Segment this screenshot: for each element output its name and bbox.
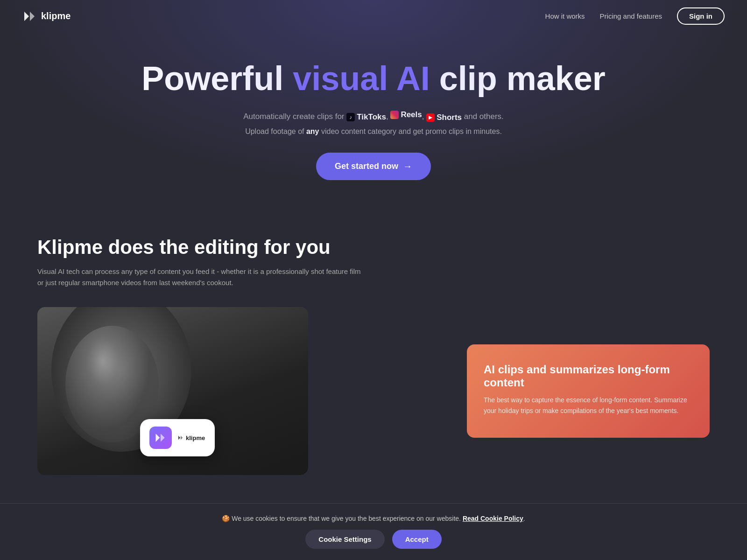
klipme-overlay-card: klipme <box>140 419 215 456</box>
video-thumbnail: klipme <box>37 307 308 475</box>
cookie-emoji: 🍪 <box>222 515 230 522</box>
how-it-works-link[interactable]: How it works <box>545 12 585 20</box>
subtitle-prefix: Automatically create clips for <box>243 112 346 121</box>
feature-card-desc: The best way to capture the essence of l… <box>484 395 693 416</box>
cookie-settings-button[interactable]: Cookie Settings <box>305 530 384 549</box>
subtitle-suffix: and others. <box>464 112 504 121</box>
sub2-bold: any <box>306 127 319 135</box>
tiktok-label: TikToks <box>357 111 386 123</box>
nav-links: How it works Pricing and features Sign i… <box>545 7 725 25</box>
signin-button[interactable]: Sign in <box>677 7 725 25</box>
cta-label: Get started now <box>335 161 398 171</box>
brand-name: klipme <box>41 11 70 21</box>
klipme-logo-icon <box>154 431 167 444</box>
klipme-small-logo <box>177 435 184 441</box>
reels-platform: Reels <box>390 108 422 121</box>
accept-button[interactable]: Accept <box>392 530 442 549</box>
shorts-platform: ▶ Shorts <box>426 111 462 124</box>
pricing-link[interactable]: Pricing and features <box>600 12 662 20</box>
hero-subtitle: Automatically create clips for ♪ TikToks… <box>22 108 725 124</box>
ig-icon <box>390 111 399 119</box>
features-section: Klipme does the editing for you Visual A… <box>0 199 747 475</box>
feature-card-title: AI clips and summarizes long-form conten… <box>484 363 693 389</box>
cookie-banner: 🍪 We use cookies to ensure that we give … <box>0 503 747 560</box>
navbar: klipme How it works Pricing and features… <box>0 0 747 32</box>
cookie-policy-link[interactable]: Read Cookie Policy <box>463 515 523 522</box>
hero-title-accent: visual AI <box>293 60 430 97</box>
hero-title: Powerful visual AI clip maker <box>22 60 725 97</box>
klipme-card-text: klipme <box>177 434 205 441</box>
features-title: Klipme does the editing for you <box>37 236 710 259</box>
hero-title-suffix: clip maker <box>430 60 606 97</box>
klipme-logo-row: klipme <box>177 434 205 441</box>
cookie-buttons: Cookie Settings Accept <box>22 530 725 549</box>
tiktok-platform: ♪ TikToks <box>346 111 386 123</box>
logo[interactable]: klipme <box>22 10 70 23</box>
logo-icon <box>22 10 37 23</box>
hero-title-prefix: Powerful <box>141 60 293 97</box>
hero-subtitle2: Upload footage of any video content cate… <box>22 127 725 136</box>
features-desc: Visual AI tech can process any type of c… <box>37 266 364 288</box>
cta-button[interactable]: Get started now → <box>316 153 431 180</box>
tiktok-icon: ♪ <box>346 113 355 121</box>
reels-label: Reels <box>401 108 422 121</box>
feature-info-card: AI clips and summarizes long-form conten… <box>467 344 710 438</box>
sub2-suffix: video content category and get promo cli… <box>319 127 502 135</box>
sub2-prefix: Upload footage of <box>245 127 306 135</box>
yt-icon: ▶ <box>426 113 435 122</box>
media-area: klipme AI clips and summarizes long-form… <box>37 307 710 475</box>
cookie-message: We use cookies to ensure that we give yo… <box>232 515 461 522</box>
hero-section: Powerful visual AI clip maker Automatica… <box>0 32 747 199</box>
cookie-period: . <box>523 515 525 522</box>
klipme-card-name: klipme <box>186 434 205 441</box>
klipme-card-icon <box>149 427 172 449</box>
shorts-label: Shorts <box>437 111 462 124</box>
arrow-icon: → <box>403 161 412 172</box>
cookie-text: 🍪 We use cookies to ensure that we give … <box>22 515 725 522</box>
